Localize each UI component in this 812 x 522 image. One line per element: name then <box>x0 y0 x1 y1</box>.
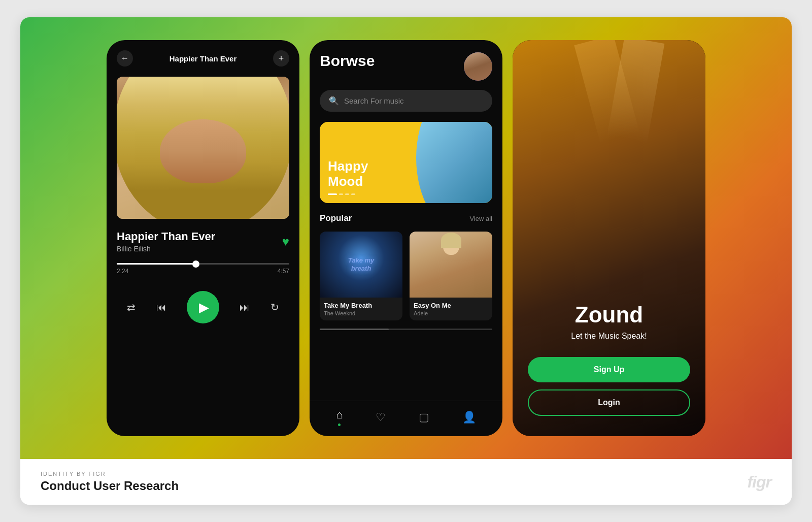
progress-area: 2:24 4:57 <box>107 259 299 279</box>
search-icon: 🔍 <box>329 96 339 106</box>
face-layer <box>160 119 246 183</box>
view-all-link[interactable]: View all <box>469 215 492 222</box>
now-playing-header: ← Happier Than Ever + <box>107 40 299 72</box>
back-icon: ← <box>121 54 129 63</box>
banner-text: Happy Mood <box>328 159 368 189</box>
figr-logo: figr <box>747 473 771 492</box>
scroll-fill <box>320 329 389 330</box>
screens-area: ← Happier Than Ever + Happier Than Ever … <box>20 17 792 459</box>
song-name-2: Easy On Me <box>414 302 488 309</box>
figure-hair <box>441 233 461 248</box>
song-card-info-1: Take My Breath The Weeknd <box>320 298 402 320</box>
song-card-easy-on-me[interactable]: Easy On Me Adele <box>410 232 492 320</box>
bottom-left-info: IDENTITY BY FIGR Conduct User Research <box>41 471 179 493</box>
banner-figure <box>416 122 492 203</box>
shuffle-button[interactable]: ⇄ <box>127 301 136 313</box>
nav-active-dot <box>338 423 341 426</box>
play-button[interactable]: ▶ <box>187 291 219 323</box>
progress-bar[interactable] <box>117 263 289 265</box>
time-display: 2:24 4:57 <box>117 268 289 275</box>
identity-label: IDENTITY BY FIGR <box>41 471 179 477</box>
repeat-button[interactable]: ↻ <box>270 301 279 313</box>
next-button[interactable]: ⏭ <box>240 302 250 313</box>
search-bar[interactable]: 🔍 Search For music <box>320 90 492 112</box>
browse-title-container: Borwse <box>320 52 375 70</box>
home-icon: ⌂ <box>336 408 343 421</box>
phone-now-playing: ← Happier Than Ever + Happier Than Ever … <box>107 40 299 436</box>
artist-photo <box>117 77 289 219</box>
album-art <box>117 77 289 219</box>
phone-browse: Borwse 🔍 Search For music Happy Mood <box>310 40 502 436</box>
song-details: Happier Than Ever Billie Eilish <box>117 230 215 253</box>
add-icon: + <box>279 53 284 64</box>
tmb-text: Take mybreath <box>348 256 375 272</box>
browse-title: Borwse <box>320 52 375 70</box>
banner-dot-1[interactable] <box>328 193 337 195</box>
progress-fill <box>117 263 196 265</box>
now-playing-title: Happier Than Ever <box>170 54 237 63</box>
easy-on-me-art <box>410 232 492 298</box>
scroll-indicator <box>320 329 492 330</box>
popular-header: Popular View all <box>310 209 502 227</box>
nav-library[interactable]: ▢ <box>419 411 429 424</box>
songs-grid: Take mybreath Take My Breath The Weeknd <box>310 227 502 324</box>
nav-home[interactable]: ⌂ <box>336 408 343 426</box>
outer-card: ← Happier Than Ever + Happier Than Ever … <box>20 17 792 505</box>
page-title: Conduct User Research <box>41 479 179 493</box>
featured-banner[interactable]: Happy Mood <box>320 122 492 203</box>
back-button[interactable]: ← <box>117 50 133 67</box>
progress-thumb <box>192 260 199 268</box>
song-artist-2: Adele <box>414 310 488 316</box>
song-thumbnail-1: Take mybreath <box>320 232 402 298</box>
user-avatar[interactable] <box>464 52 492 81</box>
person-nav-icon: 👤 <box>462 411 476 424</box>
song-thumbnail-2 <box>410 232 492 298</box>
heart-nav-icon: ♡ <box>376 411 386 424</box>
banner-content: Happy Mood <box>328 159 368 195</box>
bottom-info-bar: IDENTITY BY FIGR Conduct User Research f… <box>20 459 792 505</box>
nav-profile[interactable]: 👤 <box>462 411 476 424</box>
banner-dot-4[interactable] <box>351 193 355 195</box>
previous-button[interactable]: ⏮ <box>156 302 166 313</box>
song-card-info-2: Easy On Me Adele <box>410 298 492 320</box>
tagline: Let the Music Speak! <box>528 332 690 341</box>
search-placeholder-text: Search For music <box>344 96 404 105</box>
login-button[interactable]: Login <box>528 389 690 416</box>
song-card-take-my-breath[interactable]: Take mybreath Take My Breath The Weeknd <box>320 232 402 320</box>
browse-header: Borwse <box>310 40 502 86</box>
banner-dot-3[interactable] <box>345 193 349 195</box>
artist-name: Billie Eilish <box>117 245 215 253</box>
adele-figure <box>436 237 466 292</box>
app-name: Zound <box>528 302 690 328</box>
figure-head <box>443 237 459 255</box>
landing-content: Zound Let the Music Speak! Sign Up Login <box>513 40 705 436</box>
song-title: Happier Than Ever <box>117 230 215 243</box>
nav-favorites[interactable]: ♡ <box>376 411 386 424</box>
playback-controls: ⇄ ⏮ ▶ ⏭ ↻ <box>107 283 299 332</box>
play-icon: ▶ <box>199 300 209 315</box>
add-button[interactable]: + <box>273 50 289 67</box>
song-info: Happier Than Ever Billie Eilish ♥ <box>107 224 299 259</box>
avatar-image <box>464 52 492 81</box>
banner-dot-2[interactable] <box>339 193 343 195</box>
banner-dots <box>328 193 368 195</box>
phone-landing: Zound Let the Music Speak! Sign Up Login <box>513 40 705 436</box>
square-nav-icon: ▢ <box>419 411 429 424</box>
take-my-breath-art: Take mybreath <box>320 232 402 298</box>
signup-button[interactable]: Sign Up <box>528 357 690 382</box>
bottom-nav: ⌂ ♡ ▢ 👤 <box>310 401 502 436</box>
song-name-1: Take My Breath <box>324 302 398 309</box>
current-time: 2:24 <box>117 268 128 275</box>
song-artist-1: The Weeknd <box>324 310 398 316</box>
favorite-icon[interactable]: ♥ <box>282 235 289 249</box>
popular-label: Popular <box>320 213 352 223</box>
total-time: 4:57 <box>278 268 289 275</box>
